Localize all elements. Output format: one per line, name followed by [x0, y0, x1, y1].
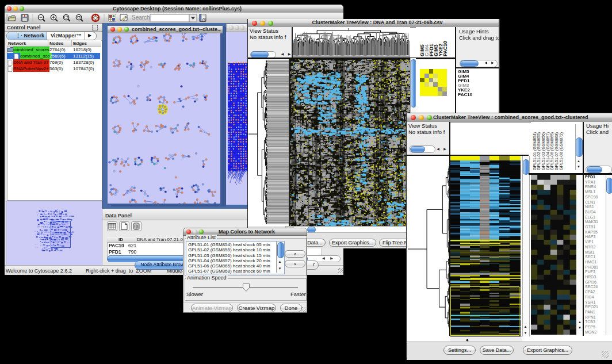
svg-text:Search:: Search: — [132, 14, 151, 21]
